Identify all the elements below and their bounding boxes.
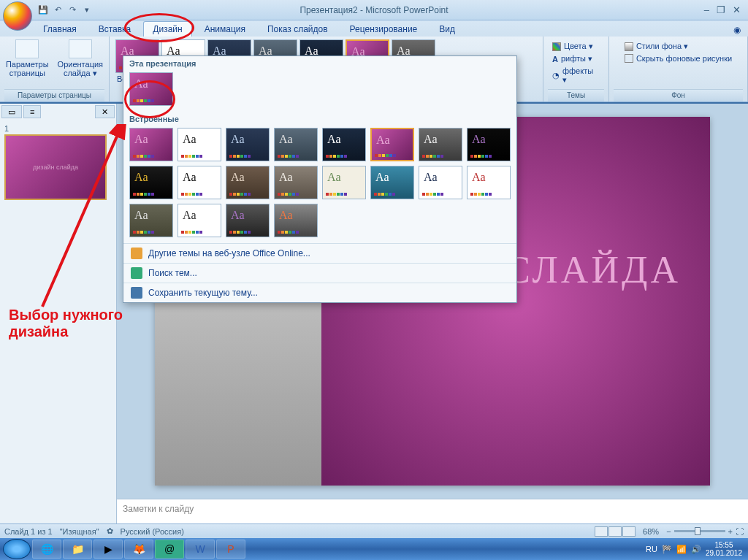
help-icon[interactable]: ◉	[726, 23, 748, 37]
slide-number-label: 1	[4, 124, 112, 133]
slide-title-text[interactable]: СЛАЙДА	[505, 248, 681, 291]
theme-thumb[interactable]: Aa	[274, 166, 318, 199]
globe-icon	[131, 248, 142, 259]
sidebar-tab-slides[interactable]: ▭	[1, 105, 22, 118]
theme-thumb[interactable]: Aa	[129, 128, 173, 161]
tab-insert[interactable]: Вставка	[89, 21, 141, 37]
tab-review[interactable]: Рецензирование	[340, 21, 427, 37]
theme-thumb[interactable]: Aa	[274, 128, 318, 161]
close-button[interactable]: ✕	[733, 4, 741, 15]
theme-thumb[interactable]: Aa	[178, 166, 221, 199]
theme-thumb[interactable]: Aa	[226, 204, 270, 237]
theme-thumb[interactable]: Aa	[370, 166, 414, 199]
themes-gallery-dropdown: Эта презентация Aa Встроенные AaAaAaAaAa…	[123, 55, 517, 303]
taskbar-ie-icon[interactable]: 🌐	[32, 540, 61, 559]
zoom-in-button[interactable]: +	[728, 527, 733, 536]
page-setup-button[interactable]: Параметры страницы	[3, 38, 52, 80]
search-icon	[131, 267, 142, 279]
start-button[interactable]	[3, 539, 31, 559]
restore-button[interactable]: ❐	[717, 4, 725, 15]
theme-thumb[interactable]: Aa	[129, 166, 173, 199]
sidebar-tab-outline[interactable]: ≡	[23, 105, 41, 118]
taskbar-powerpoint-icon[interactable]: P	[216, 540, 245, 559]
tray-network-icon[interactable]: 📶	[676, 545, 687, 554]
status-language[interactable]: Русский (Россия)	[121, 527, 184, 536]
qat-undo-icon[interactable]: ↶	[51, 4, 64, 17]
search-themes[interactable]: Поиск тем...	[123, 263, 516, 283]
view-sorter-button[interactable]	[608, 526, 622, 537]
theme-thumb[interactable]: Aa	[226, 166, 270, 199]
zoom-slider[interactable]	[674, 530, 725, 532]
tray-lang[interactable]: RU	[646, 545, 657, 553]
theme-thumb[interactable]: Aa	[467, 166, 511, 199]
notes-pane[interactable]: Заметки к слайду	[117, 499, 748, 523]
theme-thumb[interactable]: Aa	[467, 128, 511, 161]
annotation-text: Выбор нужного дизайна	[9, 307, 123, 340]
tab-view[interactable]: Вид	[430, 21, 465, 37]
gallery-section-builtin: Встроенные	[123, 112, 516, 125]
theme-thumb[interactable]: Aa	[129, 72, 173, 106]
window-title: Презентация2 - Microsoft PowerPoint	[299, 5, 448, 15]
colors-button[interactable]: Цвета ▾	[551, 41, 601, 52]
office-button[interactable]	[3, 1, 32, 31]
effects-button[interactable]: ◔ффекты ▾	[551, 66, 601, 85]
view-slideshow-button[interactable]	[622, 526, 636, 537]
theme-thumb[interactable]: Aa	[370, 128, 414, 161]
hide-background-checkbox[interactable]: Скрыть фоновые рисунки	[623, 53, 733, 64]
minimize-button[interactable]: –	[704, 4, 709, 15]
qat-more-icon[interactable]: ▾	[80, 4, 94, 17]
taskbar-firefox-icon[interactable]: 🦊	[124, 540, 153, 559]
slide-thumbnail-1[interactable]: дизайн слайда	[4, 134, 107, 200]
qat-redo-icon[interactable]: ↷	[66, 4, 79, 17]
tab-slideshow[interactable]: Показ слайдов	[258, 21, 337, 37]
tab-animation[interactable]: Анимация	[195, 21, 255, 37]
tab-design[interactable]: Дизайн	[143, 21, 191, 37]
theme-thumb[interactable]: Aa	[322, 128, 366, 161]
qat-save-icon[interactable]: 💾	[37, 4, 50, 17]
background-styles-button[interactable]: Стили фона ▾	[623, 41, 733, 52]
theme-thumb[interactable]: Aa	[419, 128, 462, 161]
zoom-value[interactable]: 68%	[643, 527, 659, 536]
view-normal-button[interactable]	[595, 526, 608, 537]
save-icon	[131, 287, 142, 299]
fit-window-button[interactable]: ⛶	[736, 527, 744, 536]
fonts-button[interactable]: Aрифты ▾	[551, 53, 601, 64]
tray-clock[interactable]: 15:5529.01.2012	[706, 541, 742, 557]
taskbar-word-icon[interactable]: W	[186, 540, 215, 559]
tab-home[interactable]: Главная	[34, 21, 86, 37]
slide-orientation-button[interactable]: Ориентация слайда ▾	[55, 38, 106, 80]
save-current-theme[interactable]: Сохранить текущую тему...	[123, 283, 516, 302]
theme-thumb[interactable]: Aa	[322, 166, 366, 199]
theme-thumb[interactable]: Aa	[178, 128, 221, 161]
tray-volume-icon[interactable]: 🔊	[691, 545, 701, 554]
spellcheck-icon[interactable]: ✿	[107, 526, 113, 536]
theme-thumb[interactable]: Aa	[178, 204, 221, 237]
theme-thumb[interactable]: Aa	[129, 204, 173, 237]
status-slide-count: Слайд 1 из 1	[4, 527, 53, 536]
status-theme-name: "Изящная"	[60, 527, 99, 536]
group-label-themes: Темы	[548, 89, 604, 101]
taskbar-mail-icon[interactable]: @	[155, 540, 184, 559]
more-themes-online[interactable]: Другие темы на веб-узле Office Online...	[123, 243, 516, 263]
theme-thumb[interactable]: Aa	[274, 204, 318, 237]
theme-thumb[interactable]: Aa	[226, 128, 270, 161]
zoom-out-button[interactable]: −	[666, 527, 671, 536]
sidebar-close-icon[interactable]: ✕	[95, 105, 115, 118]
theme-thumb[interactable]: Aa	[419, 166, 462, 199]
group-label-background: Фон	[614, 89, 743, 101]
taskbar-explorer-icon[interactable]: 📁	[63, 540, 92, 559]
group-label-page-setup: Параметры страницы	[4, 89, 104, 101]
tray-flag-icon[interactable]: 🏁	[662, 545, 672, 554]
taskbar-media-icon[interactable]: ▶	[94, 540, 123, 559]
gallery-section-this-presentation: Эта презентация	[123, 56, 516, 69]
quick-access-toolbar: 💾 ↶ ↷ ▾	[37, 4, 94, 17]
